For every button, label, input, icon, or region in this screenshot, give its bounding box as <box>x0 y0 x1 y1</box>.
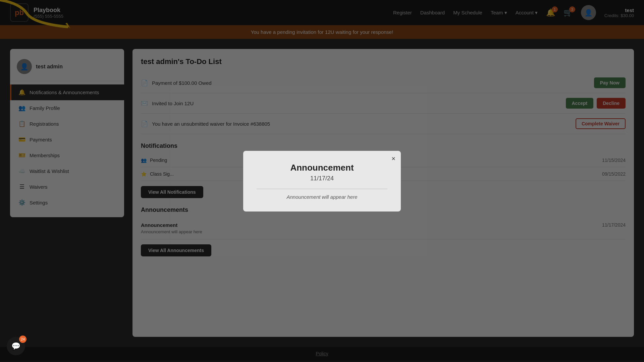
modal-date: 11/17/24 <box>257 175 387 182</box>
chat-button[interactable]: 💬 24 <box>7 337 25 355</box>
chat-icon: 💬 <box>11 342 20 351</box>
announcement-modal: × Announcement 11/17/24 Announcement wil… <box>243 151 401 212</box>
modal-overlay[interactable]: × Announcement 11/17/24 Announcement wil… <box>0 0 644 362</box>
modal-body: Announcement will appear here <box>257 194 387 200</box>
modal-close-button[interactable]: × <box>391 155 395 163</box>
chat-badge: 24 <box>19 336 26 343</box>
modal-title: Announcement <box>257 163 387 173</box>
modal-divider <box>257 189 387 189</box>
